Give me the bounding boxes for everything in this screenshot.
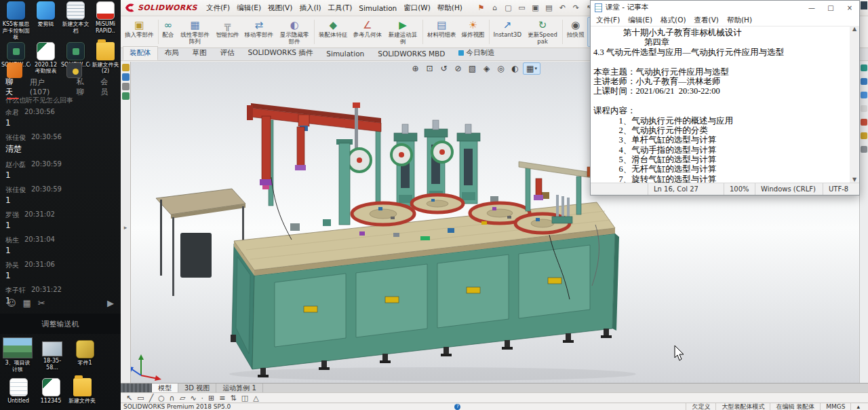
- ribbon-linear-pattern[interactable]: ▦线性零部件阵列: [177, 17, 214, 47]
- ribbon-mate[interactable]: ∞配合: [160, 17, 177, 47]
- close-button[interactable]: ×: [840, 1, 859, 14]
- maximize-button[interactable]: □: [821, 1, 840, 14]
- desktop-icon-aijianji[interactable]: 爱剪辑: [32, 1, 60, 41]
- ribbon-reference-geometry[interactable]: ∠参考几何体: [351, 17, 385, 47]
- chat-tab-users[interactable]: 用户 (107): [30, 77, 67, 96]
- menu-file[interactable]: 文件(F): [203, 3, 233, 13]
- desktop-icon-untitled[interactable]: Untitled: [1, 378, 35, 405]
- ribbon-exploded-view[interactable]: ☀爆炸视图: [459, 17, 488, 47]
- grid-tool-icon[interactable]: ⊞: [208, 394, 214, 402]
- image-icon[interactable]: ▦: [23, 299, 31, 308]
- menu-tools[interactable]: 工具(T): [325, 3, 356, 13]
- previous-view-icon[interactable]: ↺: [437, 62, 450, 75]
- side-desk[interactable]: [156, 189, 245, 296]
- minimize-button[interactable]: —: [802, 1, 821, 14]
- dimxpert-tab-icon[interactable]: [122, 92, 130, 100]
- desktop-icon-screenshot-file[interactable]: 18-35-58...: [35, 341, 69, 371]
- custom-properties-icon[interactable]: [861, 146, 867, 153]
- desktop-icon-misumi[interactable]: MiSUMi RAPiD..: [92, 1, 119, 41]
- tab-model[interactable]: 模型: [152, 384, 178, 392]
- screenshot-icon[interactable]: ✂: [38, 299, 45, 308]
- ribbon-update-speedpak[interactable]: ↻更新Speedpak: [524, 17, 561, 47]
- ribbon-new-motion-study[interactable]: ▶新建运动算例: [384, 17, 421, 47]
- display-style-icon[interactable]: ◈: [480, 62, 493, 75]
- dimension-tool-icon[interactable]: ≡: [219, 394, 225, 402]
- desktop-icon-textfile[interactable]: 新建文本文档: [61, 1, 90, 41]
- np-menu-file[interactable]: 文件(F): [592, 16, 624, 25]
- pin-icon[interactable]: ⚑: [475, 2, 487, 14]
- np-menu-help[interactable]: 帮助(H): [723, 16, 756, 25]
- desktop-icon-project-photo[interactable]: 3、项目设计班: [1, 337, 35, 373]
- desktop-icon-part1[interactable]: 零件1: [68, 340, 102, 367]
- desktop-icon-newfolder[interactable]: 新建文件夹: [65, 378, 99, 405]
- ribbon-show-hidden[interactable]: ◐显示隐藏零部件: [276, 17, 313, 47]
- menu-view[interactable]: 视图(V): [264, 3, 296, 13]
- propertymanager-tab-icon[interactable]: [122, 73, 130, 81]
- rotary-table-1[interactable]: [352, 203, 414, 225]
- ribbon-take-snapshot[interactable]: ◉拍快照: [564, 17, 587, 47]
- menu-insert[interactable]: 插入(I): [296, 3, 324, 13]
- open-icon[interactable]: ▭: [516, 2, 528, 14]
- status-units-selector[interactable]: MMGS: [820, 403, 850, 410]
- np-menu-view[interactable]: 查看(V): [690, 16, 723, 25]
- send-icon[interactable]: ▶: [107, 299, 114, 308]
- tab-todays-manufacturing[interactable]: 今日制造: [452, 46, 501, 60]
- np-menu-format[interactable]: 格式(O): [656, 16, 690, 25]
- desktop-icon-folder2[interactable]: 新建文件夹 (2): [92, 42, 119, 75]
- print-icon[interactable]: ▤: [543, 2, 555, 14]
- rotary-table-2[interactable]: [412, 195, 463, 212]
- featuremanager-tab-icon[interactable]: [122, 64, 130, 71]
- home-icon[interactable]: ⌂: [489, 2, 500, 14]
- rectangle-tool-icon[interactable]: ▭: [137, 394, 144, 402]
- desktop-icon-kss[interactable]: KS5客服思声卡控制面板: [1, 1, 31, 41]
- menu-edit[interactable]: 编辑(E): [233, 3, 264, 13]
- design-library-icon[interactable]: [861, 78, 867, 85]
- tab-evaluate[interactable]: 评估: [214, 46, 241, 60]
- press-station-3[interactable]: [457, 124, 480, 204]
- parallelogram-tool-icon[interactable]: ▱: [180, 394, 185, 402]
- tab-simulation[interactable]: Simulation: [319, 48, 371, 60]
- circle-tool-icon[interactable]: ○: [158, 394, 165, 402]
- save-icon[interactable]: ▣: [530, 2, 541, 14]
- point-tool-icon[interactable]: ·: [201, 394, 204, 402]
- scenes-icon[interactable]: [861, 132, 867, 139]
- chat-tab-private[interactable]: 私聊: [76, 77, 91, 97]
- view-orientation-icon[interactable]: ▧: [466, 62, 479, 75]
- section-view-icon[interactable]: ⊘: [452, 62, 465, 75]
- tab-3d-views[interactable]: 3D 视图: [178, 384, 216, 392]
- view-palette-icon[interactable]: [861, 105, 867, 112]
- ribbon-smart-fasteners[interactable]: ╦智能扣件: [214, 17, 242, 47]
- tab-layout[interactable]: 布局: [158, 46, 186, 60]
- polygon-tool-icon[interactable]: △: [253, 394, 258, 402]
- tab-assembly[interactable]: 装配体: [123, 46, 158, 60]
- select-tool-icon[interactable]: ↖: [126, 394, 132, 402]
- emoji-icon[interactable]: ☺: [7, 299, 16, 308]
- tab-sketch[interactable]: 草图: [186, 46, 214, 60]
- configuration-tab-icon[interactable]: [122, 83, 130, 90]
- desktop-icon-112345[interactable]: 112345: [34, 378, 68, 405]
- tab-mbd[interactable]: SOLIDWORKS MBD: [371, 48, 452, 60]
- np-menu-edit[interactable]: 编辑(E): [624, 16, 656, 25]
- resources-icon[interactable]: [861, 64, 867, 71]
- zoom-area-icon[interactable]: ⊡: [423, 62, 436, 75]
- line-tool-icon[interactable]: ╱: [149, 394, 154, 402]
- notepad-text-area[interactable]: 第十期小丸子教育非标机械设计 第四章 4.3 气动元件选型与应用—气动执行元件应…: [591, 26, 850, 183]
- mirror-tool-icon[interactable]: ◫: [241, 394, 248, 402]
- menu-simulation[interactable]: Simulation: [355, 4, 400, 12]
- undo-icon[interactable]: ↶: [557, 2, 568, 14]
- flip-tool-icon[interactable]: ⇅: [231, 394, 237, 402]
- ribbon-insert-component[interactable]: ▣插入零部件: [122, 17, 157, 47]
- desktop-icon-attendance[interactable]: 2020.12考勤报表: [32, 42, 60, 75]
- scroll-up-icon[interactable]: ▲: [852, 26, 856, 32]
- tab-addins[interactable]: SOLIDWORKS 插件: [241, 46, 320, 60]
- desktop-icon-dark-app[interactable]: [66, 62, 82, 78]
- hide-show-items-icon[interactable]: ◎: [494, 62, 507, 75]
- menu-help[interactable]: 帮助(H): [434, 3, 466, 13]
- zoom-fit-icon[interactable]: ⊕: [409, 62, 422, 75]
- view-settings-icon[interactable]: ▦: [523, 62, 540, 75]
- feature-manager-flyout-arrow[interactable]: ▸: [124, 224, 127, 231]
- chat-tab-chat[interactable]: 聊天: [5, 77, 20, 97]
- edit-appearance-icon[interactable]: ◐: [509, 62, 521, 75]
- redo-icon[interactable]: ↷: [570, 2, 582, 14]
- tab-motion-study[interactable]: 运动算例 1: [216, 384, 263, 392]
